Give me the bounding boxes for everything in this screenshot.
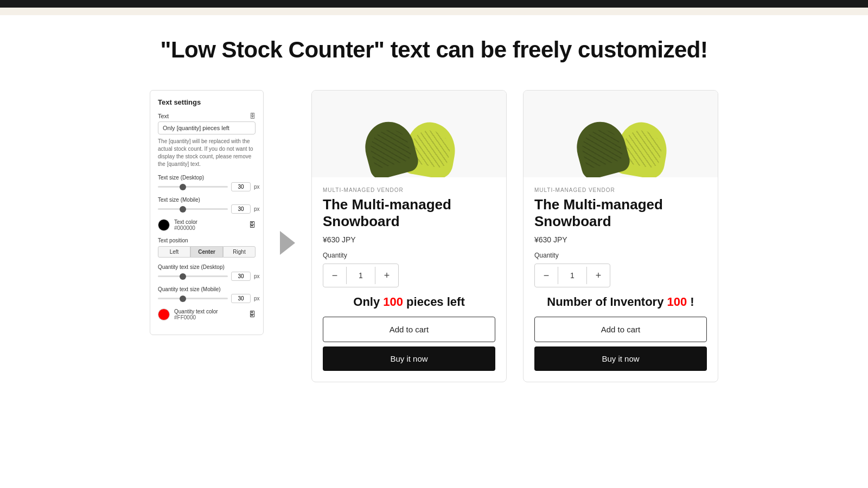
qty-size-mobile-slider[interactable] (158, 298, 228, 299)
settings-panel: Text settings Text 🗄 The [quantity] will… (150, 90, 264, 335)
product-card-1: MULTI-MANAGED VENDOR The Multi-managed S… (311, 90, 507, 382)
vendor-name-2: MULTI-MANAGED VENDOR (534, 187, 707, 193)
quantity-increase-1[interactable]: + (375, 264, 398, 287)
text-size-desktop-slider[interactable] (158, 186, 228, 188)
buy-now-btn-2[interactable]: Buy it now (534, 346, 707, 371)
buy-now-btn-1[interactable]: Buy it now (323, 346, 495, 371)
text-color-row: Text color #000000 🗄 (158, 219, 256, 231)
settings-panel-title: Text settings (158, 98, 256, 106)
vendor-name-1: MULTI-MANAGED VENDOR (323, 187, 495, 193)
text-size-mobile-slider[interactable] (158, 208, 228, 210)
text-size-mobile-row: px (158, 204, 256, 214)
stock-message-1: Only 100 pieces left (323, 295, 495, 309)
shoe-dark-1 (359, 116, 420, 177)
product-info-2: MULTI-MANAGED VENDOR The Multi-managed S… (524, 177, 718, 382)
stock-qty-2: 100 (667, 295, 687, 309)
qty-color-row: Quantity text color #FF0000 🗄 (158, 309, 256, 320)
product-image-area-2 (524, 91, 718, 177)
stock-message-2: Number of Inventory 100 ! (534, 295, 707, 309)
shoe-visual-2 (524, 91, 718, 177)
text-color-database-icon[interactable]: 🗄 (249, 221, 256, 229)
qty-color-database-icon[interactable]: 🗄 (249, 311, 256, 318)
shoe-dark-2 (571, 116, 632, 177)
stock-prefix-1: Only (353, 295, 383, 309)
qty-size-mobile-px: px (254, 296, 260, 301)
product-card-2: MULTI-MANAGED VENDOR The Multi-managed S… (523, 90, 718, 382)
quantity-stepper-2: − 1 + (534, 264, 610, 287)
arrow-container (280, 90, 295, 255)
text-size-desktop-row: px (158, 182, 256, 191)
top-bar (0, 0, 868, 8)
product-price-2: ¥630 JPY (534, 235, 707, 244)
qty-size-mobile-label: Quantity text size (Mobile) (158, 286, 256, 292)
text-size-mobile-label: Text size (Mobile) (158, 197, 256, 203)
qty-color-swatch[interactable] (158, 309, 170, 320)
stock-qty-1: 100 (383, 295, 403, 309)
text-color-hex: #000000 (174, 225, 197, 231)
quantity-stepper-1: − 1 + (323, 264, 399, 287)
text-database-icon[interactable]: 🗄 (250, 113, 256, 119)
text-position-label: Text position (158, 237, 256, 243)
quantity-increase-2[interactable]: + (587, 264, 610, 287)
text-color-label: Text color (174, 219, 197, 225)
quantity-decrease-1[interactable]: − (323, 264, 346, 287)
position-buttons: Left Center Right (158, 246, 256, 258)
position-right-btn[interactable]: Right (223, 246, 256, 258)
page-title: "Low Stock Counter" text can be freely c… (33, 37, 835, 63)
text-field-label: Text 🗄 (158, 113, 256, 119)
text-size-desktop-px: px (254, 184, 260, 190)
quantity-label-1: Quantity (323, 252, 495, 259)
add-to-cart-btn-1[interactable]: Add to cart (323, 317, 495, 342)
text-size-desktop-input[interactable] (231, 182, 251, 191)
qty-size-desktop-input[interactable] (231, 272, 251, 281)
stock-suffix-1: pieces left (403, 295, 465, 309)
qty-size-desktop-label: Quantity text size (Desktop) (158, 264, 256, 270)
quantity-decrease-2[interactable]: − (535, 264, 558, 287)
qty-color-label: Quantity text color (174, 309, 218, 314)
product-price-1: ¥630 JPY (323, 235, 495, 244)
quantity-value-2: 1 (558, 267, 587, 284)
product-name-2: The Multi-managed Snowboard (534, 196, 707, 230)
quantity-value-1: 1 (346, 267, 375, 284)
text-size-desktop-label: Text size (Desktop) (158, 175, 256, 181)
stock-suffix-2: ! (687, 295, 694, 309)
product-name-1: The Multi-managed Snowboard (323, 196, 495, 230)
add-to-cart-btn-2[interactable]: Add to cart (534, 317, 707, 342)
stock-prefix-2: Number of Inventory (547, 295, 667, 309)
quantity-label-2: Quantity (534, 252, 707, 259)
qty-size-mobile-input[interactable] (231, 294, 251, 303)
text-hint: The [quantity] will be replaced with the… (158, 138, 256, 168)
qty-color-hex: #FF0000 (174, 314, 218, 320)
right-arrow-icon (280, 231, 295, 255)
text-input[interactable] (158, 121, 256, 134)
qty-size-desktop-slider[interactable] (158, 275, 228, 277)
text-color-swatch[interactable] (158, 219, 170, 231)
main-content: "Low Stock Counter" text can be freely c… (0, 15, 868, 488)
position-left-btn[interactable]: Left (158, 246, 190, 258)
shoe-visual-1 (312, 91, 506, 177)
position-center-btn[interactable]: Center (190, 246, 223, 258)
text-size-mobile-input[interactable] (231, 204, 251, 214)
qty-size-mobile-row: px (158, 294, 256, 303)
product-image-area-1 (312, 91, 506, 177)
product-info-1: MULTI-MANAGED VENDOR The Multi-managed S… (312, 177, 506, 382)
text-size-mobile-px: px (254, 206, 260, 212)
layout-row: Text settings Text 🗄 The [quantity] will… (33, 90, 835, 382)
qty-size-desktop-row: px (158, 272, 256, 281)
qty-size-desktop-px: px (254, 273, 260, 279)
